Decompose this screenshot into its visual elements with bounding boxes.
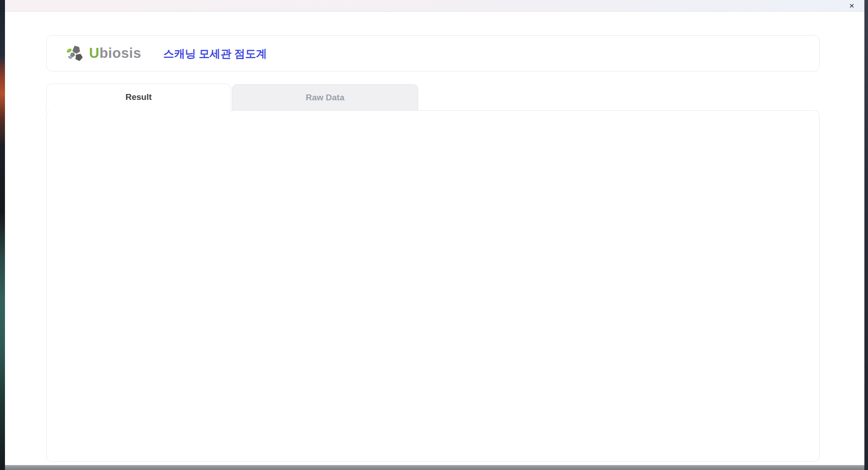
desktop-background-right [864,0,868,470]
desktop-background-left [0,0,5,470]
main-content-card [46,110,820,462]
ubiosis-logo-icon [66,44,85,63]
window-titlebar: × [5,0,864,12]
bottom-window-edge [5,465,864,470]
brand-letter-u: U [89,45,99,61]
tab-raw-data[interactable]: Raw Data [232,84,418,112]
brand-logo: Ubiosis [66,44,141,63]
header-card: Ubiosis 스캐닝 모세관 점도계 [46,35,820,71]
app-title-korean: 스캐닝 모세관 점도계 [163,47,267,61]
tab-result[interactable]: Result [46,84,231,111]
brand-name: Ubiosis [89,45,141,61]
brand-rest: biosis [99,45,142,61]
close-icon[interactable]: × [845,0,858,11]
